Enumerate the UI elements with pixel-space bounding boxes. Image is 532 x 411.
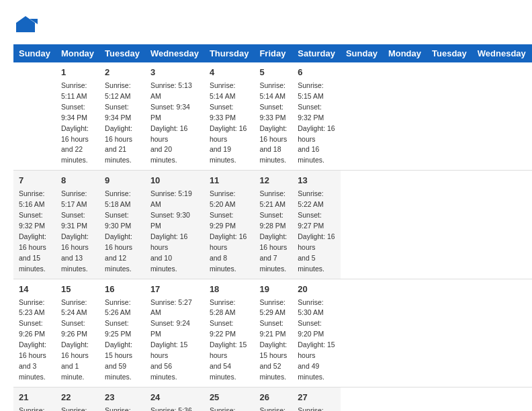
- day-info: Sunrise: 5:33 AM Sunset: 9:18 PM Dayligh…: [61, 406, 89, 411]
- calendar-cell: 22Sunrise: 5:33 AM Sunset: 9:18 PM Dayli…: [56, 387, 99, 411]
- calendar-cell: 5Sunrise: 5:14 AM Sunset: 9:33 PM Daylig…: [254, 62, 292, 171]
- day-of-week-header: Thursday: [204, 44, 255, 62]
- calendar-header-row: SundayMondayTuesdayWednesdayThursdayFrid…: [13, 44, 532, 62]
- calendar-cell: 26Sunrise: 5:38 AM Sunset: 9:13 PM Dayli…: [254, 387, 292, 411]
- day-of-week-header: Sunday: [13, 44, 56, 62]
- day-of-week-header: Tuesday: [99, 44, 145, 62]
- day-info: Sunrise: 5:16 AM Sunset: 9:32 PM Dayligh…: [19, 189, 46, 273]
- calendar-cell: 2Sunrise: 5:12 AM Sunset: 9:34 PM Daylig…: [99, 62, 145, 171]
- day-info: Sunrise: 5:14 AM Sunset: 9:33 PM Dayligh…: [210, 81, 247, 165]
- calendar-cell: 14Sunrise: 5:23 AM Sunset: 9:26 PM Dayli…: [13, 279, 56, 387]
- calendar-cell: 16Sunrise: 5:26 AM Sunset: 9:25 PM Dayli…: [99, 279, 145, 387]
- day-number: 5: [259, 66, 287, 79]
- calendar-cell: 18Sunrise: 5:28 AM Sunset: 9:22 PM Dayli…: [204, 279, 255, 387]
- calendar-cell: 8Sunrise: 5:17 AM Sunset: 9:31 PM Daylig…: [56, 171, 99, 279]
- day-of-week-header: Tuesday: [427, 44, 472, 62]
- day-number: 8: [61, 175, 94, 187]
- calendar-cell: 21Sunrise: 5:32 AM Sunset: 9:19 PM Dayli…: [13, 387, 56, 411]
- calendar-cell: 25Sunrise: 5:37 AM Sunset: 9:14 PM Dayli…: [204, 387, 255, 411]
- calendar-cell: 20Sunrise: 5:30 AM Sunset: 9:20 PM Dayli…: [292, 279, 341, 387]
- day-number: 23: [105, 392, 140, 404]
- day-info: Sunrise: 5:17 AM Sunset: 9:31 PM Dayligh…: [61, 189, 89, 273]
- day-number: 11: [210, 175, 249, 187]
- calendar-week-row: 14Sunrise: 5:23 AM Sunset: 9:26 PM Dayli…: [13, 279, 532, 387]
- day-number: 4: [210, 66, 249, 79]
- day-number: 15: [61, 283, 94, 296]
- calendar-cell: 23Sunrise: 5:34 AM Sunset: 9:17 PM Dayli…: [99, 387, 145, 411]
- day-number: 18: [210, 283, 249, 296]
- day-info: Sunrise: 5:28 AM Sunset: 9:22 PM Dayligh…: [210, 298, 247, 381]
- day-info: Sunrise: 5:19 AM Sunset: 9:30 PM Dayligh…: [150, 189, 192, 273]
- day-number: 21: [19, 392, 50, 404]
- day-number: 20: [298, 283, 335, 296]
- day-number: 9: [105, 175, 140, 187]
- calendar-week-row: 1Sunrise: 5:11 AM Sunset: 9:34 PM Daylig…: [13, 62, 532, 171]
- day-info: Sunrise: 5:15 AM Sunset: 9:32 PM Dayligh…: [298, 81, 335, 165]
- day-of-week-header: Wednesday: [472, 44, 531, 62]
- day-of-week-header: Saturday: [292, 44, 341, 62]
- calendar-cell: 27Sunrise: 5:40 AM Sunset: 9:11 PM Dayli…: [292, 387, 341, 411]
- day-number: 22: [61, 392, 94, 404]
- logo-icon: [13, 13, 38, 38]
- calendar-cell: 7Sunrise: 5:16 AM Sunset: 9:32 PM Daylig…: [13, 171, 56, 279]
- day-info: Sunrise: 5:40 AM Sunset: 9:11 PM Dayligh…: [298, 406, 335, 411]
- day-of-week-header: Friday: [254, 44, 292, 62]
- page-header: [13, 13, 519, 38]
- calendar-week-row: 21Sunrise: 5:32 AM Sunset: 9:19 PM Dayli…: [13, 387, 532, 411]
- day-number: 25: [210, 392, 249, 404]
- calendar-cell: 17Sunrise: 5:27 AM Sunset: 9:24 PM Dayli…: [145, 279, 204, 387]
- day-number: 24: [150, 392, 199, 404]
- calendar-cell: 19Sunrise: 5:29 AM Sunset: 9:21 PM Dayli…: [254, 279, 292, 387]
- calendar-table: SundayMondayTuesdayWednesdayThursdayFrid…: [13, 44, 532, 411]
- day-number: 19: [259, 283, 287, 296]
- day-info: Sunrise: 5:24 AM Sunset: 9:26 PM Dayligh…: [61, 298, 89, 381]
- day-info: Sunrise: 5:32 AM Sunset: 9:19 PM Dayligh…: [19, 406, 46, 411]
- day-info: Sunrise: 5:38 AM Sunset: 9:13 PM Dayligh…: [259, 406, 287, 411]
- day-of-week-header: Wednesday: [145, 44, 204, 62]
- day-info: Sunrise: 5:13 AM Sunset: 9:34 PM Dayligh…: [150, 81, 192, 165]
- calendar-week-row: 7Sunrise: 5:16 AM Sunset: 9:32 PM Daylig…: [13, 171, 532, 279]
- day-info: Sunrise: 5:37 AM Sunset: 9:14 PM Dayligh…: [210, 406, 247, 411]
- day-number: 1: [61, 66, 94, 79]
- day-number: 16: [105, 283, 140, 296]
- day-info: Sunrise: 5:11 AM Sunset: 9:34 PM Dayligh…: [61, 81, 89, 165]
- day-info: Sunrise: 5:22 AM Sunset: 9:27 PM Dayligh…: [298, 189, 335, 273]
- day-number: 7: [19, 175, 50, 187]
- day-of-week-header: Sunday: [341, 44, 383, 62]
- day-info: Sunrise: 5:29 AM Sunset: 9:21 PM Dayligh…: [259, 298, 287, 381]
- day-number: 27: [298, 392, 335, 404]
- calendar-cell: 10Sunrise: 5:19 AM Sunset: 9:30 PM Dayli…: [145, 171, 204, 279]
- day-info: Sunrise: 5:12 AM Sunset: 9:34 PM Dayligh…: [105, 81, 132, 165]
- day-info: Sunrise: 5:36 AM Sunset: 9:15 PM Dayligh…: [150, 406, 192, 411]
- day-number: 3: [150, 66, 199, 79]
- day-number: 12: [259, 175, 287, 187]
- calendar-cell: 15Sunrise: 5:24 AM Sunset: 9:26 PM Dayli…: [56, 279, 99, 387]
- calendar-cell: 11Sunrise: 5:20 AM Sunset: 9:29 PM Dayli…: [204, 171, 255, 279]
- day-info: Sunrise: 5:18 AM Sunset: 9:30 PM Dayligh…: [105, 189, 132, 273]
- day-number: 26: [259, 392, 287, 404]
- calendar-cell: 4Sunrise: 5:14 AM Sunset: 9:33 PM Daylig…: [204, 62, 255, 171]
- day-info: Sunrise: 5:20 AM Sunset: 9:29 PM Dayligh…: [210, 189, 247, 273]
- day-number: 6: [298, 66, 335, 79]
- day-info: Sunrise: 5:21 AM Sunset: 9:28 PM Dayligh…: [259, 189, 287, 273]
- day-info: Sunrise: 5:27 AM Sunset: 9:24 PM Dayligh…: [150, 298, 192, 381]
- day-info: Sunrise: 5:14 AM Sunset: 9:33 PM Dayligh…: [259, 81, 287, 165]
- day-info: Sunrise: 5:26 AM Sunset: 9:25 PM Dayligh…: [105, 298, 132, 381]
- calendar-cell: 9Sunrise: 5:18 AM Sunset: 9:30 PM Daylig…: [99, 171, 145, 279]
- calendar-cell: 6Sunrise: 5:15 AM Sunset: 9:32 PM Daylig…: [292, 62, 341, 171]
- calendar-cell: 1Sunrise: 5:11 AM Sunset: 9:34 PM Daylig…: [56, 62, 99, 171]
- calendar-cell: 13Sunrise: 5:22 AM Sunset: 9:27 PM Dayli…: [292, 171, 341, 279]
- calendar-cell: [13, 62, 56, 171]
- calendar-cell: 24Sunrise: 5:36 AM Sunset: 9:15 PM Dayli…: [145, 387, 204, 411]
- day-number: 2: [105, 66, 140, 79]
- day-number: 10: [150, 175, 199, 187]
- day-number: 13: [298, 175, 335, 187]
- day-of-week-header: Monday: [383, 44, 427, 62]
- day-of-week-header: Monday: [56, 44, 99, 62]
- day-number: 14: [19, 283, 50, 296]
- logo: [13, 13, 40, 38]
- day-number: 17: [150, 283, 199, 296]
- day-info: Sunrise: 5:23 AM Sunset: 9:26 PM Dayligh…: [19, 298, 46, 381]
- day-info: Sunrise: 5:34 AM Sunset: 9:17 PM Dayligh…: [105, 406, 132, 411]
- day-info: Sunrise: 5:30 AM Sunset: 9:20 PM Dayligh…: [298, 298, 335, 381]
